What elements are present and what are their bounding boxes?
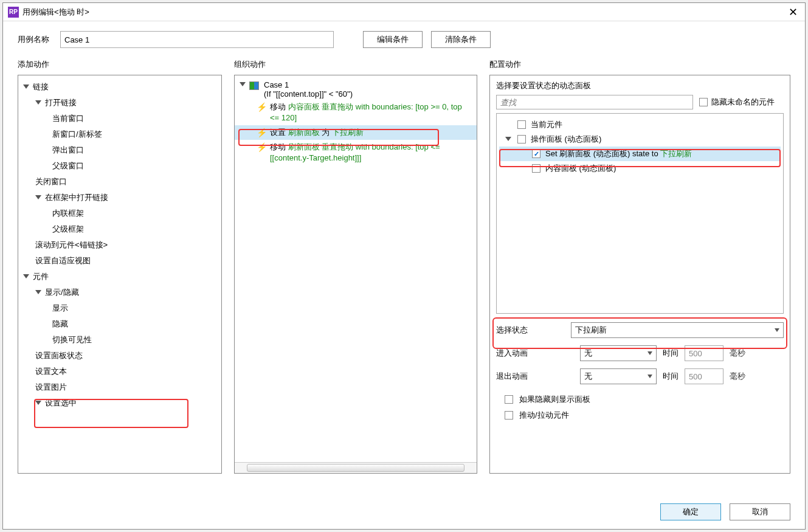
chevron-down-icon: [775, 328, 779, 332]
action-target: 刷新面板: [288, 128, 320, 137]
titlebar: RP 用例编辑<拖动 时> ✕: [3, 3, 805, 21]
tree-show[interactable]: 显示: [18, 300, 221, 316]
chevron-down-icon: [35, 401, 41, 405]
chevron-down-icon: [35, 290, 41, 294]
search-input[interactable]: [496, 95, 693, 109]
tree-open-in-frame[interactable]: 在框架中打开链接: [18, 190, 221, 206]
anim-out-combo[interactable]: 无: [580, 368, 657, 384]
ms-label: 毫秒: [730, 348, 745, 359]
case-name-label: 用例名称: [18, 34, 49, 45]
tree-set-selected[interactable]: 设置选中: [18, 395, 221, 411]
checkbox[interactable]: [517, 135, 526, 143]
show-if-hidden-label: 如果隐藏则显示面板: [519, 394, 590, 405]
panel-item-content[interactable]: 内容面板 (动态面板): [499, 161, 781, 176]
select-state-label: 选择状态: [496, 325, 565, 336]
case-name: Case 1: [264, 80, 353, 89]
action-row-2[interactable]: ⚡ 设置 刷新面板 为 下拉刷新: [235, 125, 477, 140]
tree-link[interactable]: 链接: [18, 79, 221, 95]
tree-hide[interactable]: 隐藏: [18, 316, 221, 332]
case-name-input[interactable]: [60, 31, 334, 48]
tree-parent-window[interactable]: 父级窗口: [18, 158, 221, 174]
tree-adaptive-view[interactable]: 设置自适应视图: [18, 253, 221, 269]
ms-label: 毫秒: [730, 371, 745, 382]
action-state: 下拉刷新: [332, 128, 364, 137]
tree-inline-frame[interactable]: 内联框架: [18, 206, 221, 221]
tree-close-window[interactable]: 关闭窗口: [18, 174, 221, 190]
time-label: 时间: [663, 371, 679, 382]
tree-set-text[interactable]: 设置文本: [18, 364, 221, 379]
checkbox[interactable]: [532, 164, 540, 173]
anim-out-time[interactable]: [685, 368, 723, 384]
header-add-action: 添加动作: [18, 59, 222, 70]
tree-current-window[interactable]: 当前窗口: [18, 111, 221, 126]
ok-button[interactable]: 确定: [660, 503, 721, 520]
tree-popup[interactable]: 弹出窗口: [18, 142, 221, 158]
anim-in-label: 进入动画: [496, 348, 574, 359]
case-icon: [249, 81, 259, 90]
header-configure-action: 配置动作: [489, 59, 790, 70]
section-headers: 添加动作 组织动作 配置动作: [3, 52, 805, 72]
tree-parent-frame[interactable]: 父级框架: [18, 221, 221, 237]
push-pull-checkbox[interactable]: [505, 411, 513, 420]
show-if-hidden-checkbox[interactable]: [505, 395, 513, 404]
dialog-title: 用例编辑<拖动 时>: [22, 7, 786, 18]
bolt-icon: ⚡: [257, 127, 265, 138]
columns: 链接 打开链接 当前窗口 新窗口/新标签 弹出窗口 父级窗口 关闭窗口 在框架中…: [3, 72, 805, 497]
chevron-down-icon: [240, 82, 246, 86]
organize-action-panel: Case 1 (If "[[content.top]]" < "60") ⚡ 移…: [234, 75, 477, 474]
push-pull-label: 推动/拉动元件: [519, 410, 569, 421]
tree-new-window[interactable]: 新窗口/新标签: [18, 126, 221, 142]
time-label: 时间: [663, 348, 679, 359]
tree-set-panel-state[interactable]: 设置面板状态: [18, 348, 221, 364]
rp-icon: RP: [8, 7, 19, 18]
horizontal-scrollbar[interactable]: [235, 462, 477, 473]
add-action-panel: 链接 打开链接 当前窗口 新窗口/新标签 弹出窗口 父级窗口 关闭窗口 在框架中…: [18, 75, 222, 474]
chevron-down-icon: [647, 351, 652, 355]
chevron-down-icon: [35, 100, 41, 105]
tree-show-hide[interactable]: 显示/隐藏: [18, 285, 221, 300]
panel-item-current[interactable]: 当前元件: [499, 117, 781, 132]
dialog-footer: 确定 取消: [3, 497, 805, 529]
tree-widgets[interactable]: 元件: [18, 269, 221, 285]
configure-action-panel: 选择要设置状态的动态面板 隐藏未命名的元件 当前元件 操作面板 (动态面板): [489, 75, 790, 474]
action-target: 刷新面板: [288, 142, 320, 151]
chevron-down-icon: [23, 85, 29, 89]
tree-set-image[interactable]: 设置图片: [18, 379, 221, 395]
clear-conditions-button[interactable]: 清除条件: [431, 31, 491, 48]
chevron-down-icon: [505, 137, 511, 141]
anim-in-time[interactable]: [685, 345, 723, 361]
bolt-icon: ⚡: [257, 142, 265, 153]
edit-conditions-button[interactable]: 编辑条件: [363, 31, 423, 48]
tree-scroll-to[interactable]: 滚动到元件<锚链接>: [18, 237, 221, 253]
state-combo[interactable]: 下拉刷新: [571, 322, 784, 338]
chevron-down-icon: [35, 195, 41, 199]
action-target: 内容面板: [288, 102, 320, 111]
close-icon[interactable]: ✕: [786, 5, 800, 19]
case-editor-dialog: RP 用例编辑<拖动 时> ✕ 用例名称 编辑条件 清除条件 添加动作 组织动作…: [2, 2, 806, 530]
case-condition: (If "[[content.top]]" < "60"): [264, 89, 353, 98]
action-row-3[interactable]: ⚡ 移动 刷新面板 垂直拖动 with boundaries: [top <= …: [235, 140, 477, 165]
top-row: 用例名称 编辑条件 清除条件: [3, 21, 805, 52]
tree-open-link[interactable]: 打开链接: [18, 95, 221, 111]
anim-in-combo[interactable]: 无: [580, 345, 657, 361]
bolt-icon: ⚡: [257, 102, 265, 112]
anim-out-label: 退出动画: [496, 371, 574, 382]
cancel-button[interactable]: 取消: [730, 503, 790, 520]
panel-item-op[interactable]: 操作面板 (动态面板): [499, 132, 781, 147]
configure-title: 选择要设置状态的动态面板: [496, 80, 784, 91]
case-node[interactable]: Case 1 (If "[[content.top]]" < "60"): [235, 75, 477, 100]
panel-item-refresh[interactable]: Set 刷新面板 (动态面板) state to 下拉刷新: [499, 147, 781, 161]
action-row-1[interactable]: ⚡ 移动 内容面板 垂直拖动 with boundaries: [top >= …: [235, 100, 477, 125]
chevron-down-icon: [647, 375, 652, 378]
hide-unnamed-checkbox[interactable]: [699, 98, 708, 106]
hide-unnamed-label: 隐藏未命名的元件: [711, 97, 775, 108]
chevron-down-icon: [23, 274, 29, 278]
header-organize-action: 组织动作: [234, 59, 477, 70]
tree-toggle[interactable]: 切换可见性: [18, 332, 221, 348]
form-area: 选择状态 下拉刷新 进入动画 无 时间 毫秒 退出动画 无 时间 毫秒: [496, 322, 784, 426]
panel-list: 当前元件 操作面板 (动态面板) Set 刷新面板 (动态面板) state t…: [496, 113, 784, 314]
checkbox[interactable]: [517, 120, 526, 129]
checkbox-checked[interactable]: [532, 150, 540, 158]
